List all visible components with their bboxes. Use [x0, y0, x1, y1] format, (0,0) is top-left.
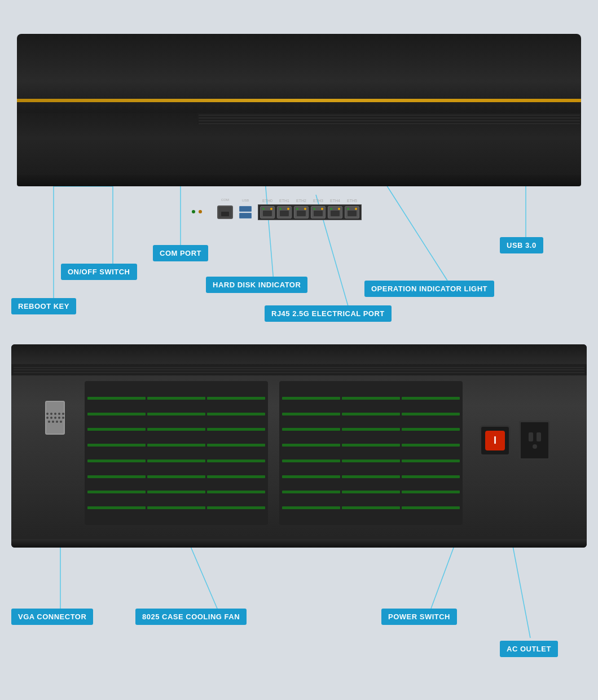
fan-section-2 [279, 381, 463, 525]
eth1-port [277, 206, 292, 218]
vent-bar [342, 428, 400, 431]
vga-pin [58, 417, 60, 419]
bottom-top-bar [11, 344, 587, 364]
fans-area [79, 375, 468, 531]
vent-bar [207, 460, 265, 462]
vent-bar [342, 444, 400, 447]
vent-bar [402, 491, 460, 493]
vga-pin [54, 417, 56, 419]
reboot-key-label: REBOOT KEY [11, 298, 76, 314]
vga-pin [62, 413, 64, 415]
ac-hole-left [529, 432, 533, 441]
vent-row [87, 444, 265, 447]
vent-bar [342, 413, 400, 415]
eth5-led-amber [355, 208, 357, 210]
vga-pin [48, 421, 50, 423]
vent-bar [282, 428, 340, 431]
power-switch-inner: I [485, 431, 505, 450]
ac-hole-right [537, 432, 541, 441]
device-top-body [17, 34, 581, 113]
vga-pin [50, 417, 52, 419]
com-port-connector [217, 205, 233, 219]
eth3-port [311, 206, 326, 218]
vent-bar [87, 460, 146, 462]
operation-indicator-light-label: OPERATION INDICATOR LIGHT [364, 281, 494, 297]
ac-outlet-label: AC OUTLET [500, 641, 558, 657]
top-device: COM USB ETH0 [17, 34, 581, 215]
vga-pin [56, 421, 58, 423]
fan-vents-1 [87, 384, 265, 522]
vent-bar [147, 506, 205, 509]
vent-bar [207, 444, 265, 447]
vent-bar [207, 506, 265, 509]
ports-area: COM USB ETH0 [217, 204, 362, 220]
power-area: I [480, 390, 570, 491]
vent-row [282, 475, 460, 478]
vent-row [282, 428, 460, 431]
on-off-switch-label: ON/OFF SWITCH [61, 264, 137, 280]
vent-bar [282, 397, 340, 400]
vent-row [87, 506, 265, 509]
vent-bar [282, 475, 340, 478]
eth0-label: ETH0 [262, 199, 272, 203]
eth3-label: ETH3 [313, 199, 323, 203]
vent-bar [87, 444, 146, 447]
vent-bar [402, 506, 460, 509]
eth3-led-green [313, 208, 315, 210]
vent-bar [87, 397, 146, 400]
front-panel: COM USB ETH0 [17, 113, 581, 175]
ac-outlet-connector [519, 421, 550, 460]
com-label: COM [221, 198, 229, 202]
eth1-led-amber [287, 208, 289, 210]
eth1-wrapper: ETH1 [276, 206, 292, 218]
vent-bar [402, 428, 460, 431]
vent-bar [402, 397, 460, 400]
vga-port [45, 401, 65, 435]
vent-bar [342, 491, 400, 493]
vga-pin [58, 413, 60, 415]
vent-bar [147, 444, 205, 447]
power-switch-button[interactable]: I [480, 425, 511, 456]
vga-pin [62, 417, 64, 419]
eth-ports-group: ETH0 ETH1 ETH2 [258, 204, 362, 220]
vent-bar [402, 475, 460, 478]
eth2-port [294, 206, 309, 218]
vga-pin [50, 413, 52, 415]
device-bottom-edge [17, 175, 581, 186]
vent-bar [207, 397, 265, 400]
vent-row [282, 397, 460, 400]
vent-bar [87, 428, 146, 431]
vga-pin [52, 421, 54, 423]
vent-bar [342, 475, 400, 478]
bottom-device-bottom-edge [11, 539, 587, 548]
eth5-wrapper: ETH5 [344, 206, 360, 218]
eth1-led-green [279, 208, 282, 210]
fan-section-1 [85, 381, 268, 525]
vent-bar [147, 460, 205, 462]
eth4-label: ETH4 [330, 199, 340, 203]
eth0-led-green [262, 208, 265, 210]
ac-holes [529, 432, 541, 441]
vent-bar [207, 428, 265, 431]
vent-row [282, 444, 460, 447]
bottom-device-body: I [11, 344, 587, 548]
eth4-wrapper: ETH4 [327, 206, 343, 218]
eth3-led-amber [321, 208, 323, 210]
fan-vents-2 [282, 384, 460, 522]
power-switch-label: POWER SWITCH [381, 609, 457, 625]
vent-bar [207, 413, 265, 415]
vga-pin [54, 413, 56, 415]
vent-row [87, 397, 265, 400]
vga-pin [46, 417, 49, 419]
vent-row [87, 460, 265, 462]
vent-bar [342, 460, 400, 462]
vent-row [87, 428, 265, 431]
vga-pin [60, 421, 62, 423]
vent-row [282, 413, 460, 415]
orange-stripe [17, 99, 581, 102]
eth2-led-amber [304, 208, 306, 210]
eth4-port [328, 206, 342, 218]
vent-row [87, 413, 265, 415]
vent-bar [87, 413, 146, 415]
vent-bar [147, 397, 205, 400]
